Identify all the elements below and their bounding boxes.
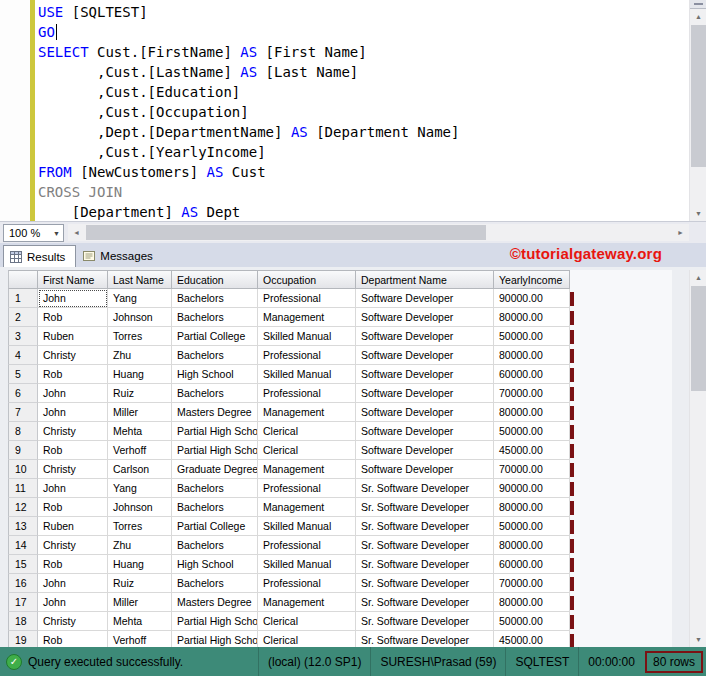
grid-cell[interactable]: Graduate Degree: [172, 460, 258, 479]
column-header[interactable]: Occupation: [258, 270, 356, 289]
grid-cell[interactable]: Skilled Manual: [258, 365, 356, 384]
grid-cell[interactable]: Sr. Software Developer: [356, 574, 494, 593]
tab-messages[interactable]: Messages: [76, 245, 163, 267]
grid-cell[interactable]: Ruben: [38, 327, 108, 346]
grid-cell[interactable]: Mehta: [108, 612, 172, 631]
row-header[interactable]: 15: [8, 555, 38, 574]
grid-cell[interactable]: Ruiz: [108, 384, 172, 403]
grid-cell[interactable]: 80000.00: [494, 498, 570, 517]
grid-cell[interactable]: Mehta: [108, 422, 172, 441]
grid-cell[interactable]: Yang: [108, 479, 172, 498]
row-header[interactable]: 7: [8, 403, 38, 422]
row-header[interactable]: 9: [8, 441, 38, 460]
grid-cell[interactable]: Verhoff: [108, 631, 172, 647]
grid-cell[interactable]: Professional: [258, 536, 356, 555]
grid-cell[interactable]: Huang: [108, 555, 172, 574]
grid-cell[interactable]: Torres: [108, 517, 172, 536]
row-header[interactable]: 6: [8, 384, 38, 403]
grid-cell[interactable]: 90000.00: [494, 479, 570, 498]
row-header[interactable]: 16: [8, 574, 38, 593]
grid-cell[interactable]: Software Developer: [356, 441, 494, 460]
grid-cell[interactable]: Zhu: [108, 536, 172, 555]
grid-cell[interactable]: 60000.00: [494, 555, 570, 574]
grid-cell[interactable]: Sr. Software Developer: [356, 612, 494, 631]
grid-cell[interactable]: Bachelors: [172, 479, 258, 498]
row-header[interactable]: 5: [8, 365, 38, 384]
editor-vertical-scrollbar[interactable]: ▲ ▼: [689, 0, 706, 221]
grid-cell[interactable]: John: [38, 574, 108, 593]
grid-cell[interactable]: Bachelors: [172, 574, 258, 593]
grid-cell[interactable]: Partial High School: [172, 612, 258, 631]
row-header[interactable]: 19: [8, 631, 38, 647]
grid-cell[interactable]: Software Developer: [356, 346, 494, 365]
grid-cell[interactable]: Management: [258, 498, 356, 517]
grid-cell[interactable]: John: [38, 593, 108, 612]
grid-cell[interactable]: Christy: [38, 422, 108, 441]
grid-cell[interactable]: Rob: [38, 631, 108, 647]
grid-cell[interactable]: Christy: [38, 346, 108, 365]
grid-cell[interactable]: Zhu: [108, 346, 172, 365]
grid-cell[interactable]: High School: [172, 365, 258, 384]
grid-cell[interactable]: Management: [258, 593, 356, 612]
grid-cell[interactable]: Clerical: [258, 631, 356, 647]
row-header[interactable]: 1: [8, 289, 38, 308]
grid-cell[interactable]: Software Developer: [356, 289, 494, 308]
grid-cell[interactable]: Rob: [38, 555, 108, 574]
scrollbar-thumb[interactable]: [691, 25, 706, 167]
grid-cell[interactable]: Skilled Manual: [258, 555, 356, 574]
grid-cell[interactable]: Christy: [38, 612, 108, 631]
grid-cell[interactable]: Professional: [258, 346, 356, 365]
column-header[interactable]: Education: [172, 270, 258, 289]
grid-cell[interactable]: Sr. Software Developer: [356, 631, 494, 647]
grid-cell[interactable]: Verhoff: [108, 441, 172, 460]
grid-cell[interactable]: Christy: [38, 460, 108, 479]
grid-cell[interactable]: Bachelors: [172, 498, 258, 517]
grid-cell[interactable]: Masters Degree: [172, 593, 258, 612]
grid-cell[interactable]: Sr. Software Developer: [356, 517, 494, 536]
row-header[interactable]: 17: [8, 593, 38, 612]
scroll-up-arrow-icon[interactable]: ▲: [690, 270, 706, 285]
column-header[interactable]: Last Name: [108, 270, 172, 289]
grid-cell[interactable]: Miller: [108, 593, 172, 612]
row-header[interactable]: 2: [8, 308, 38, 327]
grid-cell[interactable]: High School: [172, 555, 258, 574]
grid-cell[interactable]: John: [38, 384, 108, 403]
scroll-down-arrow-icon[interactable]: ▼: [690, 632, 706, 647]
grid-cell[interactable]: Johnson: [108, 498, 172, 517]
grid-cell[interactable]: Masters Degree: [172, 403, 258, 422]
grid-cell[interactable]: Johnson: [108, 308, 172, 327]
grid-cell[interactable]: Software Developer: [356, 460, 494, 479]
row-header[interactable]: 4: [8, 346, 38, 365]
grid-cell[interactable]: Partial College: [172, 327, 258, 346]
grid-vertical-scrollbar[interactable]: ▲ ▼: [689, 270, 706, 647]
grid-cell[interactable]: Clerical: [258, 441, 356, 460]
grid-cell[interactable]: Rob: [38, 308, 108, 327]
zoom-selector[interactable]: 100 % ▼: [3, 224, 64, 242]
grid-cell[interactable]: 80000.00: [494, 593, 570, 612]
grid-cell[interactable]: Partial College: [172, 517, 258, 536]
scrollbar-thumb[interactable]: [691, 286, 706, 391]
code-line[interactable]: USE [SQLTEST]: [38, 2, 459, 22]
grid-cell[interactable]: Sr. Software Developer: [356, 593, 494, 612]
grid-cell[interactable]: Clerical: [258, 422, 356, 441]
grid-cell[interactable]: Software Developer: [356, 308, 494, 327]
row-header[interactable]: 8: [8, 422, 38, 441]
grid-cell[interactable]: 80000.00: [494, 536, 570, 555]
grid-cell[interactable]: Software Developer: [356, 365, 494, 384]
row-header[interactable]: 12: [8, 498, 38, 517]
row-header[interactable]: 3: [8, 327, 38, 346]
scroll-up-arrow-icon[interactable]: ▲: [690, 9, 706, 24]
grid-cell[interactable]: Sr. Software Developer: [356, 536, 494, 555]
grid-cell[interactable]: Bachelors: [172, 384, 258, 403]
grid-cell[interactable]: Torres: [108, 327, 172, 346]
grid-cell[interactable]: 45000.00: [494, 631, 570, 647]
grid-cell[interactable]: Miller: [108, 403, 172, 422]
row-header[interactable]: 10: [8, 460, 38, 479]
grid-cell[interactable]: Professional: [258, 289, 356, 308]
grid-cell[interactable]: 90000.00: [494, 289, 570, 308]
grid-cell[interactable]: Software Developer: [356, 384, 494, 403]
grid-cell[interactable]: Rob: [38, 441, 108, 460]
code-line[interactable]: [Department] AS Dept: [38, 202, 459, 222]
grid-cell[interactable]: Partial High School: [172, 441, 258, 460]
grid-cell[interactable]: Professional: [258, 479, 356, 498]
